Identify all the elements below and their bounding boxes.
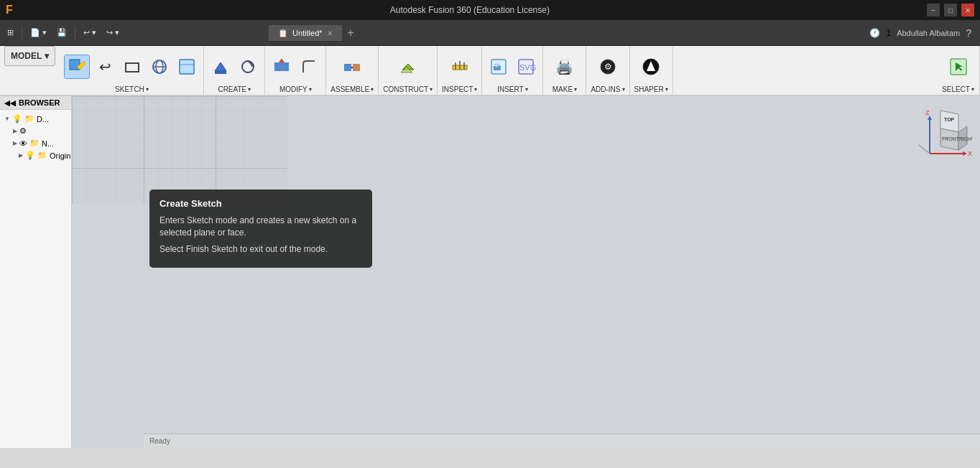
offset-plane-button[interactable]: [396, 55, 420, 78]
globe-icon: [149, 57, 170, 77]
svg-text:FRONT: FRONT: [942, 136, 960, 141]
extrude-button[interactable]: [208, 55, 233, 78]
browser-tree: ▼ 💡 📁 D... ▶ ⚙ ▶ 👁 📁 N... ▶ 💡 📁: [0, 110, 71, 164]
browser-settings[interactable]: ▶ ⚙: [1, 125, 70, 137]
app-title: Autodesk Fusion 360 (Education License): [13, 5, 927, 15]
undo-button[interactable]: ↩▾: [79, 26, 101, 39]
press-pull-icon: [272, 57, 292, 77]
insert-svg-button[interactable]: SVG: [514, 55, 538, 78]
ribbon-shaper: SHAPER ▾: [630, 46, 673, 95]
select-icon: [948, 57, 969, 77]
svg-marker-48: [963, 151, 967, 156]
svg-rect-2: [126, 63, 139, 72]
rectangle-button[interactable]: [120, 55, 144, 78]
browser-collapse[interactable]: ◀◀: [4, 99, 16, 107]
svg-marker-12: [279, 58, 285, 62]
folder-icon: 📁: [24, 114, 34, 123]
browser-header: ◀◀ BROWSER: [0, 96, 71, 110]
shaper-button[interactable]: [639, 55, 663, 78]
sidebar: ◀◀ BROWSER ▼ 💡 📁 D... ▶ ⚙ ▶ 👁 📁 N...: [0, 96, 72, 448]
svg-rect-11: [274, 62, 289, 71]
minimize-button[interactable]: −: [927, 4, 940, 17]
grid-button[interactable]: ⊞: [3, 26, 18, 39]
file-icon: 📄: [30, 28, 40, 37]
fillet-button[interactable]: [297, 55, 321, 78]
shaper-icon: [641, 57, 661, 77]
svg-line-51: [919, 145, 930, 154]
browser-named-views[interactable]: ▶ 👁 📁 N...: [1, 137, 70, 149]
create-sketch-icon: [67, 57, 87, 77]
ribbon-addins: ⚙ ADD-INS ▾: [586, 46, 629, 95]
svg-rect-13: [344, 64, 351, 71]
joint-icon: [342, 57, 362, 77]
browser-root[interactable]: ▼ 💡 📁 D...: [1, 113, 70, 125]
sketch-view-button[interactable]: [175, 55, 199, 78]
file-button[interactable]: 📄▾: [26, 26, 51, 39]
extrude-icon: [211, 57, 231, 77]
browser-origin[interactable]: ▶ 💡 📁 Origin: [1, 149, 70, 162]
tooltip-desc1: Enters Sketch mode and creates a new ske…: [160, 215, 362, 239]
sketch-view-icon: [177, 57, 197, 77]
create-label: CREATE ▾: [218, 85, 251, 93]
maximize-button[interactable]: □: [944, 4, 957, 17]
svg-rect-9: [215, 71, 226, 74]
fillet-icon: [299, 57, 319, 77]
undo-icon: ↩: [83, 28, 90, 37]
redo-button[interactable]: ↪▾: [102, 26, 124, 39]
close-button[interactable]: ✕: [961, 4, 974, 17]
construct-label: CONSTRUCT ▾: [383, 85, 433, 93]
select-label: SELECT ▾: [942, 85, 974, 93]
undo-arrow: ▾: [92, 28, 96, 37]
viewport[interactable]: 5 10 15 Create Sketch Enters Sketch mode…: [72, 96, 980, 448]
scripts-button[interactable]: ⚙: [596, 55, 620, 78]
sketch-icons: ↩: [64, 49, 199, 84]
named-views-label: N...: [42, 139, 54, 148]
revolve-button[interactable]: [236, 55, 260, 78]
file-arrow: ▾: [42, 28, 47, 37]
origin-label: Origin: [50, 151, 70, 160]
svg-rect-34: [72, 96, 287, 204]
tooltip-title: Create Sketch: [160, 198, 362, 209]
ribbon-modify: MODIFY ▾: [265, 46, 326, 95]
model-arrow: ▾: [45, 51, 49, 61]
undo-sketch-icon: ↩: [95, 57, 115, 77]
svg-text:SVG: SVG: [519, 63, 536, 72]
help-icon[interactable]: ?: [966, 27, 971, 39]
3d-print-button[interactable]: 🖨️: [553, 55, 577, 78]
save-icon: 💾: [57, 28, 67, 37]
ribbon-select: SELECT ▾: [937, 46, 980, 95]
scripts-icon: ⚙: [598, 57, 618, 77]
globe-button[interactable]: [147, 55, 172, 78]
select-button[interactable]: [946, 55, 971, 78]
measure-button[interactable]: [448, 55, 472, 78]
clock-icon: 🕐: [869, 28, 880, 38]
tab-close[interactable]: ✕: [327, 29, 333, 37]
settings-icon: ⚙: [19, 126, 27, 136]
make-label: MAKE ▾: [553, 85, 577, 93]
save-button[interactable]: 💾: [52, 26, 71, 39]
joint-button[interactable]: [340, 55, 364, 78]
create-sketch-button[interactable]: [64, 55, 90, 79]
tooltip-desc2: Select Finish Sketch to exit out of the …: [160, 243, 362, 256]
active-tab[interactable]: 📋 Untitled* ✕: [269, 25, 342, 41]
sep2: [75, 26, 75, 40]
status-bar: Ready: [144, 434, 980, 448]
ribbon-assemble: ASSEMBLE ▾: [326, 46, 379, 95]
viewcube[interactable]: TOP FRONT RIGHT Z X: [915, 103, 973, 161]
insert-mesh-button[interactable]: 🏔: [486, 55, 511, 78]
tooltip: Create Sketch Enters Sketch mode and cre…: [149, 189, 372, 268]
assemble-label: ASSEMBLE ▾: [330, 85, 374, 93]
model-label: MODEL: [11, 51, 42, 61]
add-tab-button[interactable]: +: [342, 25, 360, 41]
offset-plane-icon: [398, 57, 418, 77]
browser-root-label: D...: [37, 115, 49, 123]
modify-label: MODIFY ▾: [279, 85, 312, 93]
ribbon-make: 🖨️ MAKE ▾: [543, 46, 586, 95]
press-pull-button[interactable]: [269, 55, 294, 78]
tab-label: Untitled*: [292, 29, 323, 37]
tab-icon: 📋: [278, 29, 288, 38]
fusion-logo: F: [6, 4, 13, 17]
undo-sketch-button[interactable]: ↩: [93, 55, 117, 78]
model-selector[interactable]: MODEL ▾: [4, 46, 55, 66]
insert-svg-icon: SVG: [516, 57, 536, 77]
